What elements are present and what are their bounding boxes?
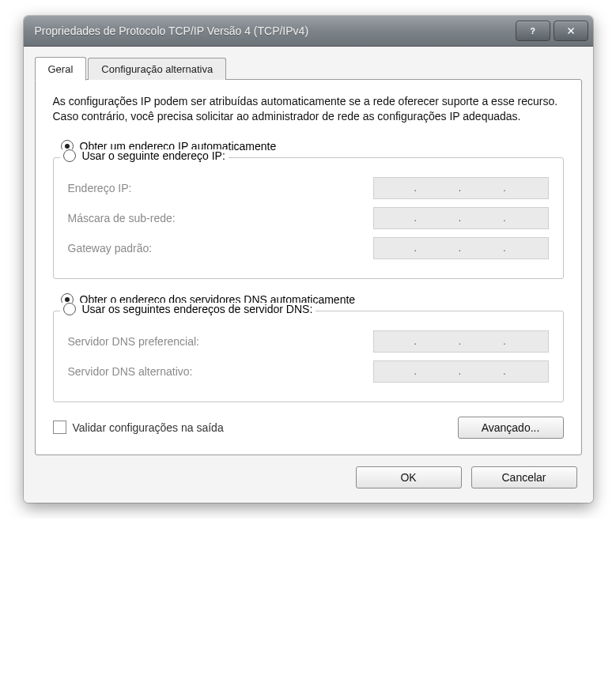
client-area: Geral Configuração alternativa As config… — [24, 47, 593, 503]
label-ip-address: Endereço IP: — [68, 182, 132, 194]
cancel-button[interactable]: Cancelar — [471, 466, 577, 488]
radio-icon — [63, 149, 76, 162]
tabstrip: Geral Configuração alternativa — [35, 56, 582, 80]
close-button[interactable] — [554, 21, 588, 41]
label-dns-alt: Servidor DNS alternativo: — [68, 365, 193, 378]
radio-icon — [63, 303, 76, 315]
help-icon: ? — [527, 25, 539, 36]
row-subnet-mask: Máscara de sub-rede: ... — [68, 207, 549, 229]
radio-ip-manual[interactable]: Usar o seguinte endereço IP: — [60, 149, 229, 162]
svg-text:?: ? — [530, 26, 535, 36]
dialog-buttons: OK Cancelar — [35, 455, 582, 492]
tab-alt-config[interactable]: Configuração alternativa — [88, 58, 226, 80]
row-dns-pref: Servidor DNS preferencial: ... — [68, 330, 549, 353]
titlebar: Propriedades de Protocolo TCP/IP Versão … — [24, 16, 593, 47]
row-ip-address: Endereço IP: ... — [68, 177, 549, 199]
input-dns-pref[interactable]: ... — [373, 330, 549, 353]
radio-dns-manual-label: Usar os seguintes endereços de servidor … — [82, 303, 313, 315]
label-subnet-mask: Máscara de sub-rede: — [68, 212, 176, 224]
tab-panel-general: As configurações IP podem ser atribuídas… — [35, 79, 582, 455]
input-dns-alt[interactable]: ... — [373, 360, 549, 383]
row-dns-alt: Servidor DNS alternativo: ... — [68, 360, 549, 383]
close-icon — [565, 25, 576, 36]
advanced-button[interactable]: Avançado... — [458, 417, 564, 439]
help-button[interactable]: ? — [516, 21, 550, 41]
description-text: As configurações IP podem ser atribuídas… — [53, 94, 564, 124]
radio-dns-manual[interactable]: Usar os seguintes endereços de servidor … — [60, 303, 316, 315]
ok-button[interactable]: OK — [356, 466, 462, 488]
tab-general[interactable]: Geral — [35, 57, 87, 81]
input-subnet-mask[interactable]: ... — [373, 207, 549, 229]
checkbox-validate[interactable]: Validar configurações na saída — [53, 421, 224, 434]
label-dns-pref: Servidor DNS preferencial: — [68, 335, 200, 348]
label-gateway: Gateway padrão: — [68, 242, 153, 255]
bottom-row: Validar configurações na saída Avançado.… — [53, 417, 564, 439]
radio-ip-manual-label: Usar o seguinte endereço IP: — [82, 149, 225, 162]
dialog-window: Propriedades de Protocolo TCP/IP Versão … — [24, 16, 593, 503]
input-ip-address[interactable]: ... — [373, 177, 549, 199]
checkbox-validate-label: Validar configurações na saída — [73, 421, 224, 434]
group-dns-manual: Usar os seguintes endereços de servidor … — [53, 311, 564, 402]
window-title: Propriedades de Protocolo TCP/IP Versão … — [35, 25, 512, 37]
input-gateway[interactable]: ... — [373, 237, 549, 259]
checkbox-icon — [53, 421, 66, 434]
row-gateway: Gateway padrão: ... — [68, 237, 549, 259]
group-ip-manual: Usar o seguinte endereço IP: Endereço IP… — [53, 157, 564, 279]
